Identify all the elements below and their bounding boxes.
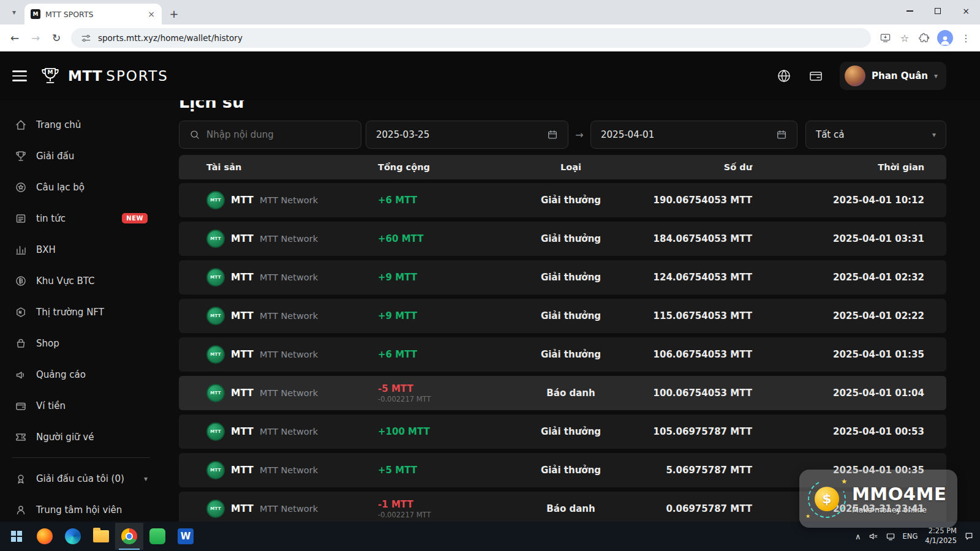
amount-value: +9 MTT [378, 310, 525, 322]
sidebar-item-club[interactable]: Câu lạc bộ [0, 171, 162, 203]
sidebar-item-shop[interactable]: Shop [0, 328, 162, 359]
amount-value: +6 MTT [378, 195, 525, 206]
amount-cell: +60 MTT [378, 233, 525, 245]
amount-fee: -0.002217 MTT [378, 395, 525, 403]
keyboard-language[interactable]: ENG [903, 532, 918, 541]
news-icon [15, 212, 27, 225]
mtt-coin-icon: MTT [206, 384, 225, 402]
sidebar-item-nft-market[interactable]: Thị trường NFT [0, 296, 162, 328]
forward-button[interactable]: → [26, 28, 45, 48]
balance-cell: 115.06754053 MTT [617, 310, 752, 321]
asset-name: MTT Network [260, 465, 318, 475]
sidebar-item-member-center[interactable]: Trung tâm hội viên [0, 494, 162, 522]
time-cell: 2025-04-01 02:22 [752, 310, 924, 321]
date-from-input[interactable]: 2025-03-25 [366, 121, 568, 149]
install-app-icon[interactable] [876, 29, 894, 47]
network-icon[interactable] [886, 531, 895, 541]
action-center-icon[interactable] [964, 531, 974, 541]
amount-cell: -5 MTT-0.002217 MTT [378, 383, 525, 403]
sidebar-item-ticket-holder[interactable]: Người giữ vé [0, 421, 162, 452]
amount-cell: +5 MTT [378, 465, 525, 476]
home-icon [15, 119, 27, 131]
taskbar-app-icon[interactable] [143, 523, 172, 550]
extensions-icon[interactable] [915, 29, 933, 47]
mtt-coin-icon: MTT [206, 500, 225, 518]
sidebar-item-ads[interactable]: Quảng cáo [0, 359, 162, 390]
time-cell: 2025-04-01 10:12 [752, 195, 924, 206]
sidebar-item-label: Giải đấu [36, 151, 74, 162]
asset-symbol: MTT [231, 195, 254, 206]
sidebar: Trang chủGiải đấuCâu lạc bộtin tứcNEWBXH… [0, 100, 162, 522]
tab-close-icon[interactable]: × [146, 9, 157, 20]
sidebar-item-home[interactable]: Trang chủ [0, 109, 162, 140]
calendar-icon[interactable] [776, 129, 787, 140]
wallet-icon[interactable] [808, 68, 824, 84]
date-to-input[interactable]: 2025-04-01 [590, 121, 797, 149]
back-button[interactable]: ← [5, 28, 24, 48]
minimize-button[interactable] [895, 0, 924, 22]
start-button[interactable] [2, 523, 31, 550]
browser-profile-avatar[interactable] [937, 30, 953, 46]
table-header: Tài sản Tổng cộng Loại Số dư Thời gian [179, 155, 946, 179]
time-cell: 2025-04-01 03:31 [752, 233, 924, 244]
mtt-coin-icon: MTT [206, 307, 225, 325]
maximize-button[interactable] [924, 0, 952, 22]
taskbar-edge-icon[interactable] [59, 523, 87, 550]
sidebar-item-label: Trung tâm hội viên [36, 504, 122, 515]
close-button[interactable]: × [952, 0, 980, 22]
amount-fee: -0.002217 MTT [378, 511, 525, 519]
search-text-field[interactable] [206, 129, 351, 140]
mtt-sports-logo[interactable]: M MTTSPORTS [38, 64, 168, 88]
sidebar-item-label: Trang chủ [36, 119, 81, 130]
search-input[interactable] [179, 121, 361, 149]
table-row[interactable]: MTTMTTMTT Network+6 MTTGiải thưởng190.06… [179, 183, 946, 217]
address-bar[interactable]: sports.mtt.xyz/home/wallet/history [71, 28, 871, 48]
bookmark-star-icon[interactable]: ☆ [895, 29, 914, 47]
taskbar-firefox-icon[interactable] [31, 523, 59, 550]
sidebar-item-news[interactable]: tin tứcNEW [0, 203, 162, 234]
sidebar-item-ranking[interactable]: BXH [0, 234, 162, 265]
calendar-icon[interactable] [547, 129, 558, 140]
reload-button[interactable]: ↻ [47, 28, 66, 48]
new-tab-button[interactable]: + [165, 5, 183, 22]
taskbar-clock[interactable]: 2:25 PM 4/1/2025 [925, 527, 957, 545]
tray-expand-icon[interactable]: ∧ [855, 532, 861, 541]
asset-symbol: MTT [231, 310, 254, 321]
site-settings-icon[interactable] [80, 32, 92, 44]
browser-menu-icon[interactable]: ⋮ [957, 29, 975, 47]
taskbar-word-icon[interactable]: W [172, 523, 200, 550]
browser-tab[interactable]: M MTT SPORTS × [24, 4, 162, 24]
asset-symbol: MTT [231, 349, 254, 360]
menu-hamburger-icon[interactable] [12, 70, 27, 81]
type-filter-select[interactable]: Tất cả ▾ [805, 121, 946, 149]
table-row[interactable]: MTTMTTMTT Network+60 MTTGiải thưởng184.0… [179, 222, 946, 256]
chevron-down-icon: ▾ [934, 72, 938, 80]
language-globe-icon[interactable] [776, 68, 792, 84]
asset-name: MTT Network [260, 311, 318, 321]
table-row[interactable]: MTTMTTMTT Network+9 MTTGiải thưởng115.06… [179, 299, 946, 333]
sidebar-item-my-tournaments[interactable]: Giải đấu của tôi (0)▾ [0, 463, 162, 494]
web-app: M MTTSPORTS Phan Quân ▾ Trang [0, 51, 980, 522]
sidebar-item-tournaments[interactable]: Giải đấu [0, 140, 162, 171]
balance-cell: 124.06754053 MTT [617, 272, 752, 283]
sidebar-item-btc-zone[interactable]: Khu Vực BTC [0, 265, 162, 296]
sidebar-item-wallet[interactable]: Ví tiền [0, 390, 162, 421]
table-row[interactable]: MTTMTTMTT Network+100 MTTGiải thưởng105.… [179, 414, 946, 449]
asset-name: MTT Network [260, 272, 318, 282]
table-row[interactable]: MTTMTTMTT Network-5 MTT-0.002217 MTTBáo … [179, 376, 946, 410]
table-row[interactable]: MTTMTTMTT Network+6 MTTGiải thưởng106.06… [179, 337, 946, 372]
user-menu[interactable]: Phan Quân ▾ [840, 62, 946, 90]
balance-cell: 184.06754053 MTT [617, 233, 752, 244]
type-cell: Giải thưởng [525, 272, 617, 283]
tab-search-button[interactable]: ▾ [5, 3, 23, 21]
table-row[interactable]: MTTMTTMTT Network+9 MTTGiải thưởng124.06… [179, 260, 946, 294]
app-header: M MTTSPORTS Phan Quân ▾ [0, 51, 980, 100]
balance-cell: 0.06975787 MTT [617, 503, 752, 514]
volume-muted-icon[interactable] [869, 531, 878, 541]
taskbar-chrome-icon[interactable] [115, 523, 143, 550]
taskbar-file-explorer-icon[interactable] [87, 523, 115, 550]
sidebar-item-label: tin tức [36, 213, 66, 224]
asset-cell: MTTMTTMTT Network [206, 191, 378, 209]
col-header-total: Tổng cộng [378, 162, 525, 172]
app-body: Trang chủGiải đấuCâu lạc bộtin tứcNEWBXH… [0, 100, 980, 522]
